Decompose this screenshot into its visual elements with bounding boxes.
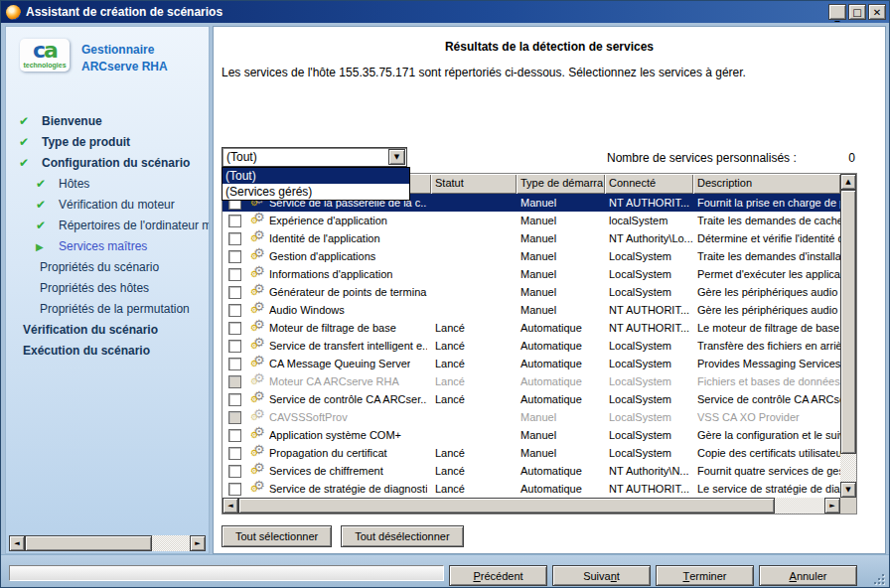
cancel-button[interactable]: Annuler xyxy=(759,565,857,586)
service-checkbox[interactable] xyxy=(228,465,241,478)
service-checkbox[interactable] xyxy=(228,304,241,317)
service-select-cell xyxy=(222,319,246,337)
table-row[interactable]: ⚙⚙Application système COM+ManuelLocalSys… xyxy=(222,426,840,444)
services-table-content: StatutType de démarraConnectéDescription… xyxy=(222,174,840,498)
services-filter-select[interactable]: (Tout) ▼ xyxy=(222,147,407,167)
service-checkbox[interactable] xyxy=(228,447,241,460)
horizontal-scroll-thumb[interactable] xyxy=(238,498,775,514)
filter-option[interactable]: (Services gérés) xyxy=(222,184,409,200)
service-startup-type: Manuel xyxy=(517,265,605,283)
service-checkbox[interactable] xyxy=(228,411,241,424)
sidebar-step-item[interactable]: Propriétés du scénario xyxy=(6,257,209,278)
service-checkbox[interactable] xyxy=(228,429,241,442)
filter-dropdown-button[interactable]: ▼ xyxy=(388,149,405,165)
service-description-text: Fournit quatre services de gestio xyxy=(697,465,840,477)
sidebar-step-item[interactable]: ✔Bienvenue xyxy=(6,111,209,132)
table-scroll-left-button[interactable]: ◄ xyxy=(222,498,238,514)
sidebar-scroll-thumb[interactable] xyxy=(25,535,152,551)
table-row[interactable]: ⚙⚙Moteur CA ARCserve RHALancéAutomatique… xyxy=(222,372,840,390)
service-checkbox[interactable] xyxy=(228,286,241,299)
scroll-down-button[interactable]: ▼ xyxy=(840,482,856,498)
table-row[interactable]: ⚙⚙Service de contrôle CA ARCser...LancéA… xyxy=(222,390,840,408)
sidebar-step-item[interactable]: Propriétés de la permutation xyxy=(6,299,209,320)
service-startup-type: Manuel xyxy=(517,283,605,301)
sidebar-step-item[interactable]: Vérification du scénario xyxy=(6,320,209,341)
table-row[interactable]: ⚙⚙Service de transfert intelligent e...L… xyxy=(222,337,840,355)
minimize-button[interactable]: _ xyxy=(828,4,846,20)
service-checkbox[interactable] xyxy=(228,250,241,263)
service-checkbox[interactable] xyxy=(228,358,241,370)
table-row[interactable]: ⚙⚙Moteur de filtrage de baseLancéAutomat… xyxy=(222,319,840,337)
table-row[interactable]: ⚙⚙Identité de l'applicationManuelNT Auth… xyxy=(222,229,840,247)
sidebar-step-item[interactable]: Propriétés des hôtes xyxy=(6,278,209,299)
service-name-cell: ⚙⚙Moteur CA ARCserve RHA xyxy=(246,372,431,390)
table-scroll-right-button[interactable]: ► xyxy=(824,498,840,514)
table-row[interactable]: ⚙⚙Expérience d'applicationManuellocalSys… xyxy=(222,212,840,229)
service-name-cell: ⚙⚙Gestion d'applications xyxy=(246,247,431,265)
minimize-icon: _ xyxy=(835,10,840,21)
sidebar-horizontal-scrollbar[interactable]: ◄ ► xyxy=(9,535,206,551)
sidebar-step-item[interactable]: ✔Configuration du scénario xyxy=(6,153,209,174)
maximize-button[interactable]: □ xyxy=(848,4,866,20)
sidebar-step-label: Exécution du scénario xyxy=(23,344,150,358)
sidebar-step-item[interactable]: ✔Vérification du moteur xyxy=(6,195,209,216)
service-checkbox[interactable] xyxy=(228,375,241,388)
service-status xyxy=(431,265,517,283)
gear-glyph-small: ⚙ xyxy=(250,342,258,351)
column-header-description[interactable]: Description xyxy=(693,174,840,194)
next-button[interactable]: Suivant xyxy=(552,565,651,586)
table-row[interactable]: ⚙⚙Service de stratégie de diagnosticLanc… xyxy=(222,480,840,498)
service-checkbox[interactable] xyxy=(228,268,241,281)
previous-button[interactable]: Précédent xyxy=(449,565,547,586)
service-name: Expérience d'application xyxy=(269,215,387,226)
column-header-startup[interactable]: Type de démarra xyxy=(517,174,605,194)
scroll-up-button[interactable]: ▲ xyxy=(840,174,856,190)
previous-button-label-accel: P xyxy=(473,570,480,582)
select-all-button[interactable]: Tout sélectionner xyxy=(222,525,332,547)
service-checkbox[interactable] xyxy=(228,322,241,335)
close-button[interactable]: ✕ xyxy=(868,4,886,20)
service-checkbox[interactable] xyxy=(228,340,241,353)
horizontal-scroll-track[interactable] xyxy=(775,498,824,514)
table-row[interactable]: ⚙⚙CA Message Queuing ServerLancéAutomati… xyxy=(222,355,840,372)
sidebar-step-item[interactable]: ▶Services maîtres xyxy=(6,236,209,257)
table-row[interactable]: ⚙⚙CAVSSSoftProvManuelLocalSystemVSS CA X… xyxy=(222,408,840,426)
scroll-right-button[interactable]: ► xyxy=(190,535,206,551)
sidebar-step-item[interactable]: Exécution du scénario xyxy=(6,341,209,362)
column-header-logon[interactable]: Connecté xyxy=(605,174,693,194)
service-checkbox[interactable] xyxy=(228,393,241,406)
ca-logo: ca technologies xyxy=(20,39,70,72)
table-row[interactable]: ⚙⚙Informations d'applicationManuelLocalS… xyxy=(222,265,840,283)
table-row[interactable]: ⚙⚙Propagation du certificatLancéManuelLo… xyxy=(222,444,840,462)
service-name: CAVSSSoftProv xyxy=(269,411,348,423)
column-header-status[interactable]: Statut xyxy=(431,174,517,194)
table-row[interactable]: ⚙⚙Services de chiffrementLancéAutomatiqu… xyxy=(222,462,840,480)
column-header-label: Statut xyxy=(435,177,464,189)
resize-grip[interactable] xyxy=(873,573,885,585)
scroll-left-button[interactable]: ◄ xyxy=(9,535,25,551)
service-checkbox[interactable] xyxy=(228,232,241,245)
vertical-scroll-track[interactable] xyxy=(840,454,856,482)
deselect-all-button[interactable]: Tout désélectionner xyxy=(341,525,463,547)
vertical-scroll-thumb[interactable] xyxy=(840,190,856,454)
service-logon-as: LocalSystem xyxy=(605,408,693,426)
sidebar-step-item[interactable]: ✔Hôtes xyxy=(6,174,209,195)
table-row[interactable]: ⚙⚙Gestion d'applicationsManuelLocalSyste… xyxy=(222,247,840,265)
service-logon-as: LocalSystem xyxy=(605,247,693,265)
next-button-label-pre: Suiva xyxy=(583,570,611,582)
table-row[interactable]: ⚙⚙Générateur de points de termina...Manu… xyxy=(222,283,840,301)
vertical-scrollbar[interactable]: ▲ ▼ xyxy=(840,174,856,498)
sidebar-step-item[interactable]: ✔Type de produit xyxy=(6,132,209,153)
finish-button[interactable]: Terminer xyxy=(656,565,754,586)
sidebar-step-item[interactable]: ✔Répertoires de l'ordinateur maîtr xyxy=(6,216,209,236)
titlebar[interactable]: Assistant de création de scénarios _ □ ✕ xyxy=(1,1,889,23)
service-checkbox[interactable] xyxy=(228,483,241,496)
service-checkbox[interactable] xyxy=(228,215,241,227)
service-status xyxy=(431,247,517,265)
filter-option[interactable]: (Tout) xyxy=(222,168,409,184)
horizontal-scrollbar[interactable]: ◄ ► xyxy=(222,498,840,514)
service-description-text: Gère les périphériques audio po xyxy=(697,304,840,316)
service-logon-as: NT AUTHORIT... xyxy=(605,301,693,319)
sidebar-scroll-track[interactable] xyxy=(152,535,190,551)
table-row[interactable]: ⚙⚙Audio WindowsManuelNT AUTHORIT...Gère … xyxy=(222,301,840,319)
